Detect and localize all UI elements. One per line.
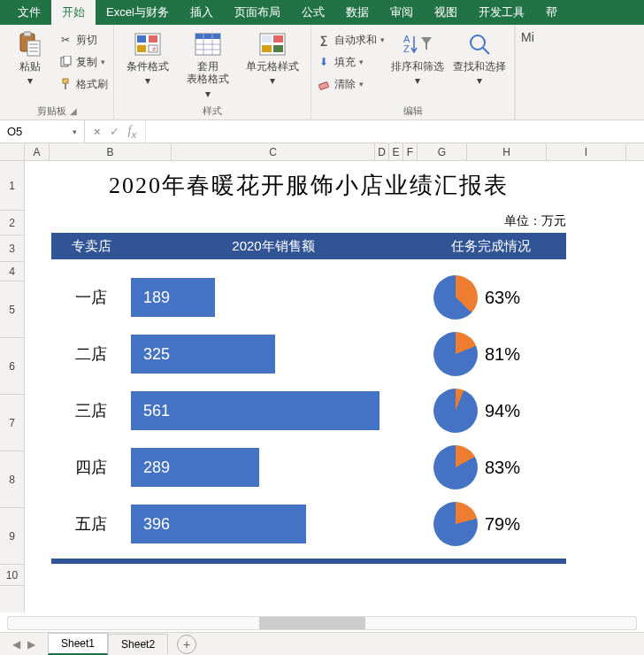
- sheet-nav-prev-icon[interactable]: ◀: [12, 638, 20, 651]
- report: 2020年春暖花开服饰小店业绩汇报表 单位：万元 专卖店 2020年销售额 任务…: [51, 161, 566, 564]
- conditional-format-button[interactable]: ≠ 条件格式 ▾: [119, 30, 176, 87]
- add-sheet-button[interactable]: +: [177, 635, 196, 654]
- tab-excelfin[interactable]: Excel与财务: [96, 0, 180, 25]
- column-header[interactable]: D: [375, 143, 389, 160]
- tablefmt-icon: [194, 30, 222, 58]
- chevron-down-icon: ▾: [359, 80, 364, 89]
- row-header[interactable]: 10: [0, 565, 24, 586]
- clear-button[interactable]: 清除 ▾: [317, 74, 385, 94]
- find-select-button[interactable]: 查找和选择 ▾: [450, 30, 509, 87]
- chevron-down-icon: ▾: [477, 74, 482, 87]
- tab-file[interactable]: 文件: [7, 0, 51, 25]
- svg-line-31: [483, 48, 489, 54]
- accept-formula-icon[interactable]: ✓: [110, 125, 119, 138]
- group-label-clipboard: 剪贴板: [37, 104, 66, 118]
- row-header[interactable]: 9: [0, 508, 24, 565]
- svg-rect-7: [64, 56, 71, 65]
- paste-button[interactable]: 粘贴 ▾: [5, 30, 55, 87]
- fmtpainter-label: 格式刷: [76, 77, 108, 92]
- ribbon-group-editing: ∑ 自动求和 ▾ ⬇ 填充 ▾ 清除 ▾: [311, 25, 515, 119]
- tab-help[interactable]: 帮: [535, 0, 568, 25]
- cellstyle-icon: [258, 30, 287, 58]
- cut-button[interactable]: ✂ 剪切: [58, 30, 108, 50]
- cut-label: 剪切: [76, 33, 97, 48]
- autosum-button[interactable]: ∑ 自动求和 ▾: [317, 30, 385, 50]
- name-box[interactable]: O5 ▾: [0, 120, 85, 143]
- svg-rect-9: [65, 83, 66, 89]
- store-name: 二店: [51, 343, 131, 365]
- sales-bar: 189: [131, 278, 215, 317]
- chevron-down-icon: ▾: [205, 88, 211, 100]
- sort-filter-button[interactable]: AZ 排序和筛选 ▾: [388, 30, 447, 87]
- column-header[interactable]: B: [50, 143, 172, 160]
- search-icon: [465, 30, 494, 58]
- store-name: 三店: [51, 400, 131, 421]
- group-label-styles: 样式: [118, 103, 307, 119]
- row-header[interactable]: 3: [0, 235, 24, 262]
- completion-pct: 94%: [485, 401, 520, 421]
- fill-button[interactable]: ⬇ 填充 ▾: [317, 52, 385, 72]
- row-header[interactable]: 2: [0, 211, 24, 235]
- column-header[interactable]: F: [403, 143, 418, 160]
- row-header[interactable]: 7: [0, 395, 24, 451]
- hdr-sales: 2020年销售额: [131, 238, 416, 255]
- svg-rect-26: [273, 45, 283, 52]
- tab-data[interactable]: 数据: [335, 0, 380, 25]
- chevron-down-icon: ▾: [415, 74, 420, 87]
- dialog-launcher-icon[interactable]: ◢: [70, 106, 77, 116]
- row-header[interactable]: 4: [0, 262, 24, 281]
- table-row: 一店18963%: [51, 275, 566, 320]
- select-all-corner[interactable]: [0, 143, 25, 160]
- report-unit: 单位：万元: [51, 213, 566, 233]
- column-header[interactable]: I: [547, 143, 626, 160]
- condfmt-label: 条件格式: [126, 60, 169, 73]
- ribbon-cutoff: Mi: [515, 25, 540, 119]
- brush-icon: [58, 77, 73, 91]
- svg-rect-23: [262, 35, 272, 42]
- sortfilter-label: 排序和筛选: [391, 60, 444, 73]
- copy-button[interactable]: 复制 ▾: [58, 52, 108, 72]
- row-header[interactable]: 5: [0, 281, 24, 338]
- sheet-tab-2[interactable]: Sheet2: [108, 634, 168, 654]
- tab-home[interactable]: 开始: [51, 0, 96, 25]
- column-header[interactable]: A: [25, 143, 50, 160]
- sheet-tab-1[interactable]: Sheet1: [48, 633, 108, 655]
- column-header[interactable]: C: [172, 143, 375, 160]
- table-format-button[interactable]: 套用 表格格式 ▾: [180, 30, 236, 100]
- svg-rect-17: [196, 34, 220, 39]
- fx-icon[interactable]: fx: [128, 124, 137, 140]
- format-painter-button[interactable]: 格式刷: [58, 74, 108, 94]
- tab-view[interactable]: 视图: [424, 0, 468, 25]
- report-header: 专卖店 2020年销售额 任务完成情况: [51, 233, 566, 259]
- column-header[interactable]: H: [467, 143, 547, 160]
- paste-icon: [16, 30, 44, 58]
- horizontal-scrollbar[interactable]: [7, 616, 637, 632]
- cells-area[interactable]: 2020年春暖花开服饰小店业绩汇报表 单位：万元 专卖店 2020年销售额 任务…: [25, 161, 644, 613]
- cancel-formula-icon[interactable]: ×: [94, 125, 101, 138]
- column-header[interactable]: E: [389, 143, 403, 160]
- sheet-nav-next-icon[interactable]: ▶: [27, 638, 35, 651]
- store-name: 一店: [51, 287, 131, 308]
- table-row: 三店56194%: [51, 389, 566, 433]
- svg-rect-13: [137, 45, 146, 52]
- cell-styles-button[interactable]: 单元格样式 ▾: [240, 30, 305, 87]
- svg-rect-12: [149, 35, 157, 42]
- tab-dev[interactable]: 开发工具: [468, 0, 535, 25]
- group-label-editing: 编辑: [315, 103, 510, 119]
- store-name: 五店: [51, 513, 131, 535]
- tab-layout[interactable]: 页面布局: [224, 0, 291, 25]
- row-header[interactable]: 1: [0, 161, 24, 211]
- svg-rect-11: [137, 35, 146, 42]
- svg-rect-24: [273, 35, 283, 42]
- findselect-label: 查找和选择: [453, 60, 506, 73]
- row-header[interactable]: 6: [0, 338, 24, 395]
- tab-review[interactable]: 审阅: [380, 0, 424, 25]
- tab-formulas[interactable]: 公式: [291, 0, 335, 25]
- fill-down-icon: ⬇: [317, 55, 331, 69]
- tab-insert[interactable]: 插入: [180, 0, 224, 25]
- table-row: 五店39679%: [51, 502, 566, 546]
- completion-pie: [433, 332, 478, 376]
- row-header[interactable]: 8: [0, 451, 24, 508]
- column-header[interactable]: G: [418, 143, 467, 160]
- paste-label: 粘贴: [19, 60, 41, 73]
